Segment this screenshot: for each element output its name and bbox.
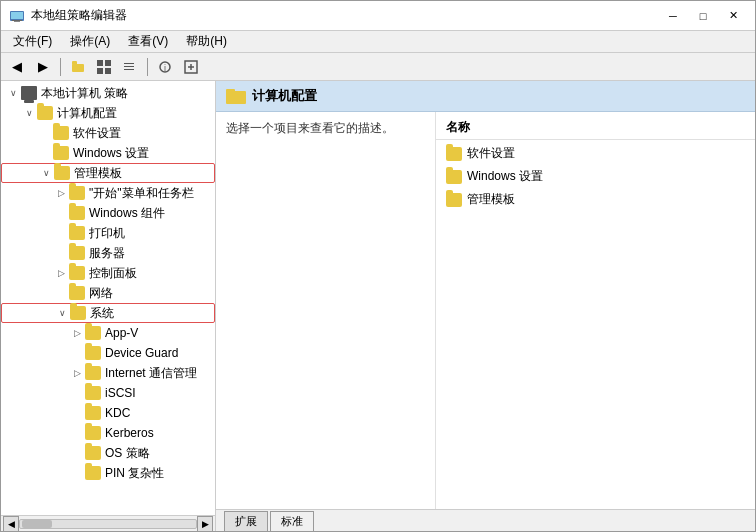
- svg-rect-19: [226, 89, 235, 93]
- list-item-software[interactable]: 软件设置: [436, 142, 755, 165]
- pr-label: 打印机: [89, 225, 125, 242]
- tree-row-software[interactable]: ▷ 软件设置: [1, 123, 215, 143]
- close-button[interactable]: ✕: [719, 6, 747, 26]
- forward-button[interactable]: ▶: [31, 56, 55, 78]
- toggle-ic[interactable]: ▷: [69, 365, 85, 381]
- srv-label: 服务器: [89, 245, 125, 262]
- sm-label: "开始"菜单和任务栏: [89, 185, 194, 202]
- minimize-button[interactable]: ─: [659, 6, 687, 26]
- description-text: 选择一个项目来查看它的描述。: [226, 121, 394, 135]
- toggle-cp[interactable]: ▷: [53, 265, 69, 281]
- bottom-tabs: 扩展 标准: [216, 509, 755, 531]
- tree-row-windows-settings[interactable]: ▷ Windows 设置: [1, 143, 215, 163]
- svg-rect-10: [124, 63, 134, 64]
- toggle-pr: ▷: [53, 225, 69, 241]
- toolbar-btn5[interactable]: [179, 56, 203, 78]
- menu-help[interactable]: 帮助(H): [178, 31, 235, 52]
- up-button[interactable]: [66, 56, 90, 78]
- folder-icon-sm: [69, 186, 85, 200]
- folder-icon-ker: [85, 426, 101, 440]
- main-area: ∨ 本地计算机 策略 ∨ 计算机配置 ▷: [1, 81, 755, 531]
- svg-rect-6: [97, 60, 103, 66]
- back-button[interactable]: ◀: [5, 56, 29, 78]
- dg-label: Device Guard: [105, 346, 178, 360]
- folder-icon-at: [54, 166, 70, 180]
- menu-file[interactable]: 文件(F): [5, 31, 60, 52]
- right-header-text: 计算机配置: [252, 87, 317, 105]
- tree-row-iscsi[interactable]: ▷ iSCSI: [1, 383, 215, 403]
- title-bar: 本地组策略编辑器 ─ □ ✕: [1, 1, 755, 31]
- pin-label: PIN 复杂性: [105, 465, 164, 482]
- tab-standard[interactable]: 标准: [270, 511, 314, 531]
- tree-node-root: ∨ 本地计算机 策略 ∨ 计算机配置 ▷: [1, 83, 215, 483]
- osp-label: OS 策略: [105, 445, 150, 462]
- tree-row-computer-config[interactable]: ∨ 计算机配置: [1, 103, 215, 123]
- ic-label: Internet 通信管理: [105, 365, 197, 382]
- toggle-at[interactable]: ∨: [38, 165, 54, 181]
- tree-row-control-panel[interactable]: ▷ 控制面板: [1, 263, 215, 283]
- svg-rect-8: [97, 68, 103, 74]
- computer-icon: [21, 86, 37, 100]
- tree-row-server[interactable]: ▷ 服务器: [1, 243, 215, 263]
- tree-row-device-guard[interactable]: ▷ Device Guard: [1, 343, 215, 363]
- toggle-sys[interactable]: ∨: [54, 305, 70, 321]
- toolbar-btn4[interactable]: i: [153, 56, 177, 78]
- toggle-root[interactable]: ∨: [5, 85, 21, 101]
- toolbar-btn3[interactable]: [118, 56, 142, 78]
- tree-row-start-menu[interactable]: ▷ "开始"菜单和任务栏: [1, 183, 215, 203]
- description-pane: 选择一个项目来查看它的描述。: [216, 112, 436, 509]
- tree-view: ∨ 本地计算机 策略 ∨ 计算机配置 ▷: [1, 81, 215, 515]
- list-folder-icon-at: [446, 193, 462, 207]
- tree-row-appv[interactable]: ▷ App-V: [1, 323, 215, 343]
- title-controls: ─ □ ✕: [659, 6, 747, 26]
- folder-icon-computer: [37, 106, 53, 120]
- svg-rect-9: [105, 68, 111, 74]
- tree-row-internet-comm[interactable]: ▷ Internet 通信管理: [1, 363, 215, 383]
- svg-rect-11: [124, 66, 134, 67]
- maximize-button[interactable]: □: [689, 6, 717, 26]
- header-folder-icon: [226, 87, 246, 105]
- menu-action[interactable]: 操作(A): [62, 31, 118, 52]
- folder-icon-appv: [85, 326, 101, 340]
- toggle-sm[interactable]: ▷: [53, 185, 69, 201]
- scroll-left-arrow[interactable]: ◀: [3, 516, 19, 532]
- folder-icon-pin: [85, 466, 101, 480]
- menu-bar: 文件(F) 操作(A) 查看(V) 帮助(H): [1, 31, 755, 53]
- app-icon: [9, 8, 25, 24]
- toggle-srv: ▷: [53, 245, 69, 261]
- folder-icon-sys: [70, 306, 86, 320]
- net-label: 网络: [89, 285, 113, 302]
- tree-row-win-comp[interactable]: ▷ Windows 组件: [1, 203, 215, 223]
- toolbar-btn2[interactable]: [92, 56, 116, 78]
- list-pane: 名称 软件设置 Windows 设置 管理模板: [436, 112, 755, 509]
- list-item-windows-settings[interactable]: Windows 设置: [436, 165, 755, 188]
- svg-rect-1: [11, 12, 23, 19]
- window-title: 本地组策略编辑器: [31, 7, 127, 24]
- tree-row-pin[interactable]: ▷ PIN 复杂性: [1, 463, 215, 483]
- tree-row-kdc[interactable]: ▷ KDC: [1, 403, 215, 423]
- tree-row-os-policy[interactable]: ▷ OS 策略: [1, 443, 215, 463]
- toggle-computer[interactable]: ∨: [21, 105, 37, 121]
- tree-row-system[interactable]: ∨ 系统: [1, 303, 215, 323]
- scroll-track-left[interactable]: [19, 519, 197, 529]
- tree-row-admin-templates[interactable]: ∨ 管理模板: [1, 163, 215, 183]
- tree-row-kerberos[interactable]: ▷ Kerberos: [1, 423, 215, 443]
- svg-rect-2: [12, 20, 22, 21]
- menu-view[interactable]: 查看(V): [120, 31, 176, 52]
- toggle-osp: ▷: [69, 445, 85, 461]
- tree-row-printer[interactable]: ▷ 打印机: [1, 223, 215, 243]
- computer-config-label: 计算机配置: [57, 105, 117, 122]
- left-pane-hscroll: ◀ ▶: [1, 515, 215, 531]
- scroll-right-arrow[interactable]: ▶: [197, 516, 213, 532]
- list-item-admin-templates[interactable]: 管理模板: [436, 188, 755, 211]
- svg-rect-3: [14, 21, 20, 22]
- tab-expand[interactable]: 扩展: [224, 511, 268, 531]
- tree-row-network[interactable]: ▷ 网络: [1, 283, 215, 303]
- folder-icon-sw: [53, 126, 69, 140]
- toggle-appv[interactable]: ▷: [69, 325, 85, 341]
- list-item-label-sw: 软件设置: [467, 145, 515, 162]
- toggle-dg: ▷: [69, 345, 85, 361]
- tree-row-root[interactable]: ∨ 本地计算机 策略: [1, 83, 215, 103]
- svg-rect-12: [124, 69, 134, 70]
- list-header: 名称: [436, 116, 755, 140]
